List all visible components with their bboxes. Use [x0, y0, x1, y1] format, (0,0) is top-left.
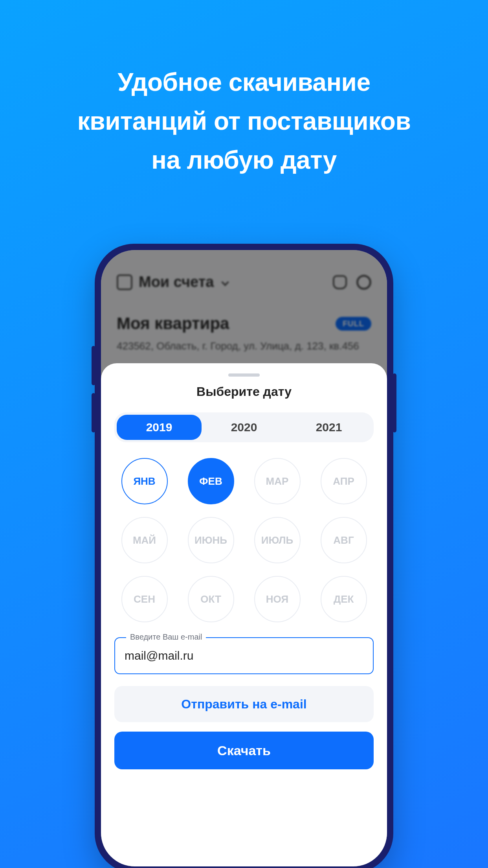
- download-button[interactable]: Скачать: [114, 732, 374, 769]
- year-option-2021[interactable]: 2021: [286, 415, 371, 440]
- month-jul: ИЮЛЬ: [254, 517, 301, 563]
- year-option-2020[interactable]: 2020: [202, 415, 286, 440]
- headline-line-3: на любую дату: [0, 141, 488, 180]
- year-segmented-control: 2019 2020 2021: [114, 412, 374, 442]
- sheet-grabber[interactable]: [228, 373, 260, 377]
- marketing-headline: Удобное скачивание квитанций от поставщи…: [0, 63, 488, 180]
- phone-volume-down: [92, 393, 95, 432]
- sheet-title: Выберите дату: [114, 384, 374, 399]
- year-option-2019[interactable]: 2019: [117, 415, 202, 440]
- send-email-button[interactable]: Отправить на e-mail: [114, 686, 374, 722]
- headline-line-1: Удобное скачивание: [0, 63, 488, 102]
- month-jan[interactable]: ЯНВ: [121, 458, 168, 504]
- headline-line-2: квитанций от поставщиков: [0, 102, 488, 141]
- phone-volume-up: [92, 346, 95, 385]
- month-mar: МАР: [254, 458, 301, 504]
- month-dec: ДЕК: [321, 576, 367, 622]
- month-sep: СЕН: [121, 576, 168, 622]
- email-label: Введите Ваш e-mail: [126, 633, 206, 642]
- month-oct: ОКТ: [188, 576, 234, 622]
- month-feb[interactable]: ФЕВ: [188, 458, 234, 504]
- email-field-container[interactable]: Введите Ваш e-mail: [114, 637, 374, 674]
- phone-power: [393, 373, 396, 432]
- email-input[interactable]: [125, 649, 363, 662]
- month-jun: ИЮНЬ: [188, 517, 234, 563]
- month-grid: ЯНВ ФЕВ МАР АПР МАЙ ИЮНЬ ИЮЛЬ АВГ СЕН ОК…: [114, 458, 374, 622]
- month-nov: НОЯ: [254, 576, 301, 622]
- month-aug: АВГ: [321, 517, 367, 563]
- phone-screen: Мои счета Моя квартира FULL 423562, Обла…: [101, 250, 387, 866]
- month-apr: АПР: [321, 458, 367, 504]
- month-may: МАЙ: [121, 517, 168, 563]
- date-picker-sheet: Выберите дату 2019 2020 2021 ЯНВ ФЕВ МАР…: [101, 363, 387, 866]
- phone-mockup: Мои счета Моя квартира FULL 423562, Обла…: [95, 244, 393, 868]
